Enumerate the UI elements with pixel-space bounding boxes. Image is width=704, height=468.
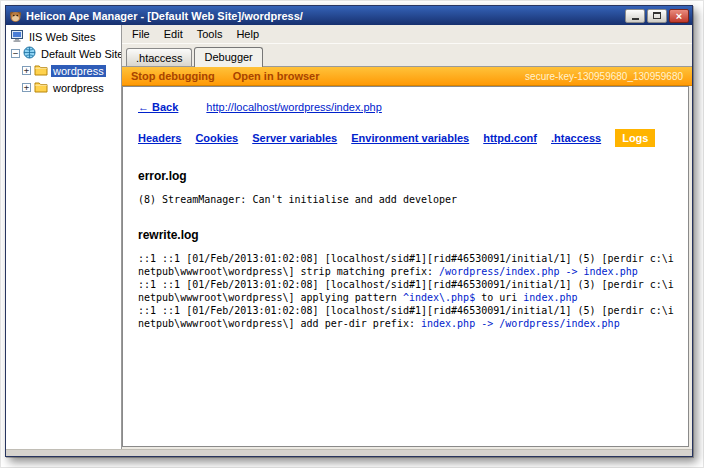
menu-item-tools[interactable]: Tools bbox=[191, 26, 229, 42]
debugger-content: ← Back http://localhost/wordpress/index.… bbox=[122, 86, 689, 447]
debug-toolbar: Stop debuggingOpen in browser secure-key… bbox=[122, 67, 692, 86]
close-button[interactable]: × bbox=[669, 9, 689, 23]
nav-link-cookies[interactable]: Cookies bbox=[195, 132, 238, 144]
rewrite-log-line: ::1 ::1 [01/Feb/2013:01:02:08] [localhos… bbox=[138, 278, 678, 304]
tab-strip: .htaccessDebugger bbox=[122, 44, 692, 67]
globe-icon bbox=[23, 46, 36, 61]
window-resize-border bbox=[6, 449, 692, 456]
sidebar-root-label: IIS Web Sites bbox=[27, 31, 97, 43]
log-link[interactable]: index.php bbox=[523, 292, 577, 303]
menu-item-file[interactable]: File bbox=[126, 26, 156, 42]
collapse-icon[interactable]: − bbox=[11, 49, 20, 58]
log-link[interactable]: ^index\.php$ bbox=[403, 292, 475, 303]
sidebar-item-iis-web-sites[interactable]: IIS Web Sites bbox=[8, 28, 119, 45]
tree-item-label: wordpress bbox=[51, 82, 106, 94]
tree-item-label: Default Web Site bbox=[39, 48, 122, 60]
rewrite-log-line: ::1 ::1 [01/Feb/2013:01:02:08] [localhos… bbox=[138, 252, 678, 278]
folder-icon bbox=[34, 64, 48, 78]
rewrite-log-entries: ::1 ::1 [01/Feb/2013:01:02:08] [localhos… bbox=[138, 252, 678, 330]
sidebar-item-default-web-site[interactable]: −Default Web Site bbox=[8, 45, 119, 62]
maximize-button[interactable] bbox=[647, 9, 667, 23]
tree-item-label: wordpress bbox=[51, 65, 106, 77]
screenshot-canvas: Helicon Ape Manager - [Default Web Site]… bbox=[0, 0, 704, 468]
stop-debugging-link[interactable]: Stop debugging bbox=[131, 70, 215, 82]
rewrite-log-title: rewrite.log bbox=[138, 228, 678, 242]
nav-link-environment-variables[interactable]: Environment variables bbox=[351, 132, 469, 144]
debug-actions: Stop debuggingOpen in browser bbox=[131, 70, 320, 82]
window: Helicon Ape Manager - [Default Web Site]… bbox=[5, 5, 693, 457]
menu-bar: FileEditToolsHelp bbox=[122, 25, 692, 44]
error-log-title: error.log bbox=[138, 169, 678, 183]
nav-link-server-variables[interactable]: Server variables bbox=[252, 132, 337, 144]
window-controls: × bbox=[625, 9, 689, 23]
error-log-line: (8) StreamManager: Can't initialise and … bbox=[138, 193, 678, 206]
tab-debugger[interactable]: Debugger bbox=[194, 47, 262, 67]
window-body: IIS Web Sites −Default Web Site+wordpres… bbox=[6, 25, 692, 449]
app-icon bbox=[9, 9, 22, 22]
nav-link-htaccess[interactable]: .htaccess bbox=[551, 132, 601, 144]
maximize-icon bbox=[653, 12, 661, 19]
close-icon: × bbox=[676, 11, 682, 21]
debug-nav: HeadersCookiesServer variablesEnvironmen… bbox=[138, 129, 678, 147]
minimize-button[interactable] bbox=[625, 9, 645, 23]
sidebar-item-wordpress[interactable]: +wordpress bbox=[8, 62, 119, 79]
back-row: ← Back http://localhost/wordpress/index.… bbox=[138, 101, 678, 113]
log-link[interactable]: /wordpress/index.php -> index.php bbox=[439, 266, 638, 277]
request-url-link[interactable]: http://localhost/wordpress/index.php bbox=[206, 101, 382, 113]
nav-link-logs[interactable]: Logs bbox=[615, 129, 655, 147]
expand-icon[interactable]: + bbox=[22, 66, 31, 75]
expand-icon[interactable]: + bbox=[22, 83, 31, 92]
error-log-entries: (8) StreamManager: Can't initialise and … bbox=[138, 193, 678, 206]
title-bar[interactable]: Helicon Ape Manager - [Default Web Site]… bbox=[6, 6, 692, 25]
folder-icon bbox=[34, 81, 48, 95]
tab-htaccess[interactable]: .htaccess bbox=[126, 48, 192, 66]
content-wrap: ← Back http://localhost/wordpress/index.… bbox=[122, 86, 692, 449]
log-text: to uri bbox=[475, 292, 523, 303]
back-link[interactable]: ← Back bbox=[138, 101, 178, 113]
nav-link-headers[interactable]: Headers bbox=[138, 132, 181, 144]
menu-item-edit[interactable]: Edit bbox=[158, 26, 189, 42]
window-title: Helicon Ape Manager - [Default Web Site]… bbox=[26, 10, 621, 22]
sites-sidebar: IIS Web Sites −Default Web Site+wordpres… bbox=[6, 25, 122, 449]
rewrite-log-line: ::1 ::1 [01/Feb/2013:01:02:08] [localhos… bbox=[138, 304, 678, 330]
nav-link-httpd-conf[interactable]: httpd.conf bbox=[483, 132, 537, 144]
computer-icon bbox=[11, 30, 24, 44]
site-tree: −Default Web Site+wordpress+wordpress bbox=[8, 45, 119, 96]
menu-item-help[interactable]: Help bbox=[230, 26, 265, 42]
open-in-browser-link[interactable]: Open in browser bbox=[233, 70, 320, 82]
minimize-icon bbox=[632, 18, 639, 20]
secure-key-label: secure-key-130959680_130959680 bbox=[525, 71, 683, 82]
main-pane: FileEditToolsHelp .htaccessDebugger Stop… bbox=[122, 25, 692, 449]
log-link[interactable]: index.php -> /wordpress/index.php bbox=[421, 318, 620, 329]
sidebar-item-wordpress[interactable]: +wordpress bbox=[8, 79, 119, 96]
